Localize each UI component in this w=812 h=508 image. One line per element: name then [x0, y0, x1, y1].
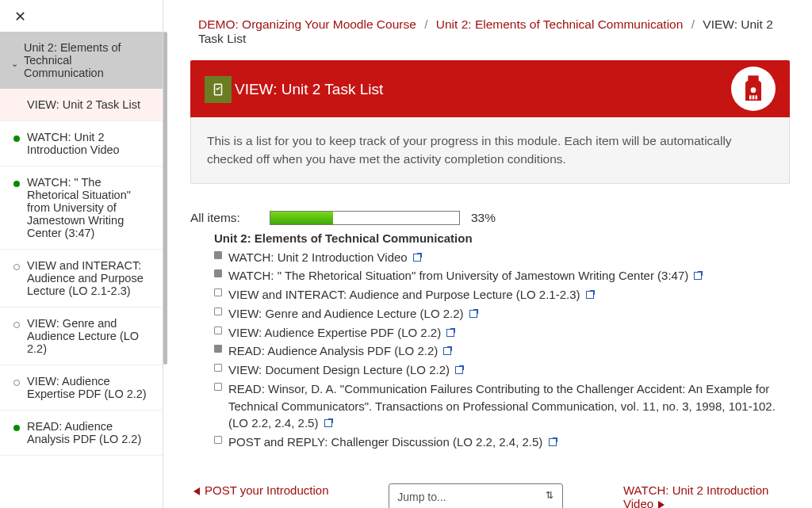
checklist-icon	[205, 76, 232, 103]
sidebar-item-label: VIEW: Genre and Audience Lecture (LO 2.2…	[27, 317, 139, 355]
external-link-icon[interactable]	[443, 347, 451, 355]
sidebar: ✕ ⌄ Unit 2: Elements of Technical Commun…	[0, 0, 163, 508]
sidebar-item-view-expertise[interactable]: VIEW: Audience Expertise PDF (LO 2.2)	[0, 365, 163, 411]
sidebar-item-label: WATCH: Unit 2 Introduction Video	[27, 131, 120, 156]
jump-to-select-wrap: Jump to... ⇅	[389, 483, 563, 508]
svg-rect-7	[753, 95, 755, 99]
external-link-icon[interactable]	[549, 438, 557, 446]
sidebar-item-label: VIEW and INTERACT: Audience and Purpose …	[27, 259, 144, 297]
sidebar-section-title: Unit 2: Elements of Technical Communicat…	[24, 41, 121, 79]
jump-to-select[interactable]: Jump to...	[389, 483, 563, 508]
sidebar-item-label: VIEW: Audience Expertise PDF (LO 2.2)	[27, 375, 147, 400]
checkbox-icon	[214, 327, 222, 334]
status-dot-icon	[13, 322, 20, 328]
breadcrumb: DEMO: Organizing Your Moodle Course / Un…	[198, 17, 790, 46]
status-dot-icon	[13, 181, 20, 187]
checklist-item-label: READ: Audience Analysis PDF (LO 2.2)	[228, 344, 438, 357]
checkbox-icon	[214, 269, 222, 277]
checkbox-icon	[214, 364, 222, 372]
external-link-icon[interactable]	[324, 419, 332, 427]
chevron-down-icon: ⌄	[11, 59, 18, 69]
checklist-item-label: VIEW and INTERACT: Audience and Purpose …	[228, 288, 580, 301]
arrow-right-icon	[658, 501, 665, 508]
external-link-icon[interactable]	[469, 310, 477, 318]
status-dot-icon	[13, 425, 20, 431]
checklist-item[interactable]: POST and REPLY: Challenger Discussion (L…	[214, 433, 790, 452]
checklist-item-label: WATCH: " The Rhetorical Situation" from …	[228, 269, 688, 282]
sidebar-item-view-genre[interactable]: VIEW: Genre and Audience Lecture (LO 2.2…	[0, 307, 163, 365]
progress-label: All items:	[190, 211, 270, 225]
checklist-item-label: READ: Winsor, D. A. "Communication Failu…	[228, 382, 776, 430]
checklist-item[interactable]: READ: Audience Analysis PDF (LO 2.2)	[214, 342, 790, 361]
external-link-icon[interactable]	[455, 366, 463, 374]
arrow-left-icon	[193, 487, 200, 495]
page-header: VIEW: Unit 2 Task List	[190, 60, 790, 117]
checkbox-icon	[214, 436, 222, 444]
status-dot-icon	[13, 264, 20, 270]
svg-rect-6	[756, 95, 758, 99]
svg-rect-3	[747, 81, 760, 83]
progress-percent: 33%	[471, 211, 496, 225]
checkbox-icon	[214, 345, 222, 353]
close-icon[interactable]: ✕	[14, 10, 26, 24]
checklist-item[interactable]: VIEW and INTERACT: Audience and Purpose …	[214, 285, 790, 304]
sidebar-item-task-list[interactable]: VIEW: Unit 2 Task List	[0, 89, 163, 121]
checklist: WATCH: Unit 2 Introduction Video WATCH: …	[214, 248, 790, 452]
external-link-icon[interactable]	[586, 291, 594, 299]
progress-row: All items: 33%	[190, 211, 790, 225]
breadcrumb-separator: /	[691, 17, 695, 31]
checkbox-icon	[214, 307, 222, 315]
external-link-icon[interactable]	[694, 272, 702, 280]
sidebar-item-watch-intro[interactable]: WATCH: Unit 2 Introduction Video	[0, 121, 163, 166]
prev-activity-link[interactable]: POST your Introduction	[190, 483, 328, 497]
breadcrumb-link-course[interactable]: DEMO: Organizing Your Moodle Course	[198, 17, 416, 31]
checklist-heading: Unit 2: Elements of Technical Communicat…	[214, 231, 790, 245]
checklist-item-label: VIEW: Document Design Lecture (LO 2.2)	[228, 363, 450, 376]
next-activity-label: WATCH: Unit 2 Introduction Video	[623, 483, 768, 508]
status-dot-icon	[13, 136, 20, 142]
breadcrumb-link-unit[interactable]: Unit 2: Elements of Technical Communicat…	[436, 17, 684, 31]
institution-logo	[731, 67, 776, 111]
page-title: VIEW: Unit 2 Task List	[235, 81, 383, 98]
prev-activity-label: POST your Introduction	[205, 483, 328, 497]
sidebar-item-watch-rhetorical[interactable]: WATCH: " The Rhetorical Situation" from …	[0, 166, 163, 250]
intro-text: This is a list for you to keep track of …	[190, 117, 790, 184]
checklist-item-label: VIEW: Audience Expertise PDF (LO 2.2)	[228, 326, 441, 339]
next-activity-link[interactable]: WATCH: Unit 2 Introduction Video	[623, 483, 790, 508]
sidebar-section-header[interactable]: ⌄ Unit 2: Elements of Technical Communic…	[0, 32, 163, 89]
scrollbar-thumb[interactable]	[163, 32, 167, 365]
checklist-item[interactable]: WATCH: " The Rhetorical Situation" from …	[214, 266, 790, 285]
checklist-item-label: WATCH: Unit 2 Introduction Video	[228, 250, 408, 264]
breadcrumb-separator: /	[424, 17, 427, 31]
sidebar-item-read-analysis[interactable]: READ: Audience Analysis PDF (LO 2.2)	[0, 411, 163, 456]
svg-rect-5	[749, 95, 752, 99]
checkbox-icon	[214, 251, 222, 259]
checklist-item[interactable]: VIEW: Genre and Audience Lecture (LO 2.2…	[214, 304, 790, 323]
checklist-item-label: VIEW: Genre and Audience Lecture (LO 2.2…	[228, 307, 464, 320]
checklist-item[interactable]: READ: Winsor, D. A. "Communication Failu…	[214, 380, 790, 433]
checklist-item[interactable]: WATCH: Unit 2 Introduction Video	[214, 248, 790, 267]
sidebar-item-label: WATCH: " The Rhetorical Situation" from …	[27, 176, 131, 239]
sidebar-item-label: READ: Audience Analysis PDF (LO 2.2)	[27, 420, 141, 445]
external-link-icon[interactable]	[446, 329, 454, 337]
main-content: DEMO: Organizing Your Moodle Course / Un…	[181, 0, 799, 508]
checkbox-icon	[214, 288, 222, 296]
sidebar-item-label: VIEW: Unit 2 Task List	[27, 98, 140, 111]
sidebar-list: ⌄ Unit 2: Elements of Technical Communic…	[0, 32, 163, 507]
status-dot-icon	[13, 380, 20, 386]
checklist-item[interactable]: VIEW: Document Design Lecture (LO 2.2)	[214, 361, 790, 380]
bottom-nav: POST your Introduction Jump to... ⇅ WATC…	[190, 483, 790, 508]
checklist-item-label: POST and REPLY: Challenger Discussion (L…	[228, 435, 542, 449]
checkbox-icon	[214, 383, 222, 391]
external-link-icon[interactable]	[413, 254, 421, 262]
svg-point-4	[751, 87, 756, 93]
checklist-item[interactable]: VIEW: Audience Expertise PDF (LO 2.2)	[214, 323, 790, 342]
sidebar-item-view-interact[interactable]: VIEW and INTERACT: Audience and Purpose …	[0, 250, 163, 307]
progress-bar	[270, 211, 460, 225]
progress-fill	[270, 212, 333, 224]
